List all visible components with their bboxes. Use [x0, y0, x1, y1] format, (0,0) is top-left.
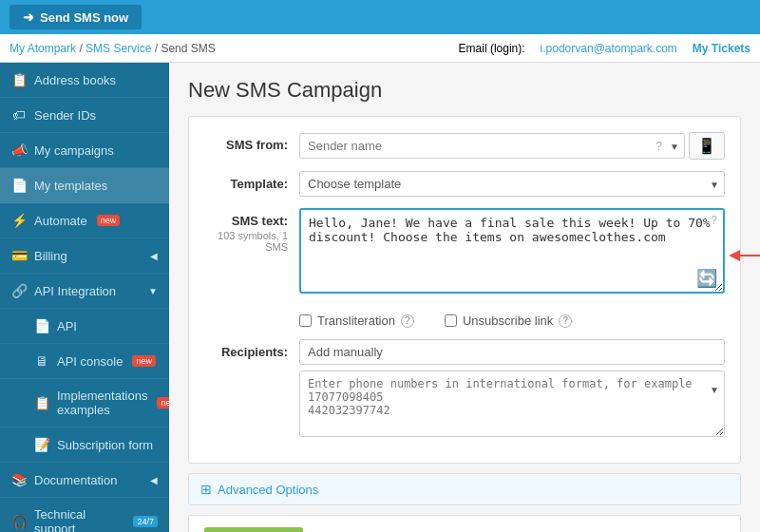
send-button[interactable]: SEND: [204, 527, 303, 532]
unsubscribe-help-icon[interactable]: ?: [559, 314, 572, 328]
sms-counter: 103 symbols, 1 SMS: [204, 230, 288, 253]
sms-text-help-icon: ?: [711, 214, 717, 227]
advanced-options-bar: ⊞ Advanced Options: [188, 473, 741, 505]
sms-text-textarea[interactable]: Hello, Jane! We have a final sale this w…: [299, 208, 725, 294]
unsubscribe-checkbox[interactable]: [445, 314, 457, 327]
recipients-row: Recipients: Add manually ▼: [204, 339, 725, 440]
sms-text-label: SMS text:: [232, 214, 288, 228]
subscription-icon: 📝: [34, 437, 49, 452]
transliteration-label: Transliteration: [317, 314, 395, 328]
billing-chevron-icon: ◀: [150, 251, 158, 261]
sidebar-item-address-books[interactable]: 📋 Address books: [0, 63, 169, 98]
console-icon: 🖥: [34, 353, 49, 369]
sidebar-item-my-templates[interactable]: 📄 My templates: [0, 168, 169, 203]
my-tickets-link[interactable]: My Tickets: [693, 42, 750, 55]
breadcrumb-my-atompark[interactable]: My Atompark: [10, 42, 76, 55]
sidebar-item-tech-support[interactable]: 🎧 Technical support 24/7: [0, 498, 169, 532]
arrow-right-icon: ➜: [23, 10, 34, 25]
sidebar-item-sender-ids[interactable]: 🏷 Sender IDs: [0, 98, 169, 133]
transliteration-help-icon[interactable]: ?: [401, 314, 414, 328]
recipients-textarea[interactable]: [299, 370, 725, 437]
support-247-badge: 24/7: [133, 516, 158, 527]
recipients-select[interactable]: Add manually: [299, 339, 725, 365]
sidebar-item-documentation[interactable]: 📚 Documentation ◀: [0, 463, 169, 498]
red-arrow-indicator: [730, 246, 760, 265]
tag-icon: 🏷: [11, 107, 27, 123]
automate-new-badge: new: [97, 215, 121, 226]
header-bar: My Atompark / SMS Service / Send SMS Ema…: [0, 34, 760, 63]
api-console-new-badge: new: [132, 355, 156, 367]
email-value: i.podorvan@atompark.com: [541, 42, 677, 55]
template-label: Template:: [204, 171, 299, 191]
form-card: SMS from: ? ▼ 📱 Template: Choose templat…: [188, 116, 741, 464]
top-bar: ➜ Send SMS now: [0, 0, 760, 34]
sidebar-item-billing[interactable]: 💳 Billing ◀: [0, 238, 169, 274]
sidebar-item-impl-examples[interactable]: 📋 Implementations examples new: [0, 379, 169, 428]
page-title: New SMS Campaign: [188, 78, 741, 103]
sidebar-item-api[interactable]: 📄 API: [0, 309, 169, 344]
sidebar-item-api-integration[interactable]: 🔗 API Integration ▼: [0, 274, 169, 309]
header-right: Email (login): i.podorvan@atompark.com M…: [459, 42, 750, 55]
api-doc-icon: 📄: [34, 318, 49, 333]
sms-text-row: SMS text: 103 symbols, 1 SMS Hello, Jane…: [204, 208, 725, 296]
sms-from-label: SMS from:: [204, 132, 299, 152]
unsubscribe-label: Unsubscribe link: [463, 314, 553, 328]
recipients-label: Recipients:: [204, 339, 299, 359]
advanced-options-link[interactable]: Advanced Options: [218, 483, 318, 497]
sidebar-item-api-console[interactable]: 🖥 API console new: [0, 344, 169, 379]
impl-new-badge: new: [157, 397, 169, 408]
refresh-icon[interactable]: 🔄: [696, 268, 717, 289]
sms-from-help-icon: ?: [656, 140, 662, 153]
sidebar: 📋 Address books 🏷 Sender IDs 📣 My campai…: [0, 63, 169, 532]
sidebar-item-my-campaigns[interactable]: 📣 My campaigns: [0, 133, 169, 168]
send-sms-now-button[interactable]: ➜ Send SMS now: [10, 5, 142, 29]
address-book-icon: 📋: [11, 72, 27, 87]
recipients-dropdown-icon: ▼: [710, 385, 719, 395]
options-row: Transliteration ? Unsubscribe link ?: [204, 308, 725, 328]
api-integration-chevron-icon: ▼: [148, 286, 158, 296]
breadcrumb-current: Send SMS: [161, 42, 215, 55]
sidebar-item-automate[interactable]: ⚡ Automate new: [0, 203, 169, 238]
sidebar-item-subscription-form[interactable]: 📝 Subscription form: [0, 428, 169, 463]
examples-icon: 📋: [34, 395, 49, 410]
sms-from-dropdown-icon: ▼: [670, 141, 679, 151]
main-layout: 📋 Address books 🏷 Sender IDs 📣 My campai…: [0, 63, 760, 532]
campaigns-icon: 📣: [11, 142, 27, 158]
send-bar: SEND: [188, 515, 741, 532]
support-icon: 🎧: [11, 514, 27, 529]
main-content: New SMS Campaign SMS from: ? ▼ 📱 Templat…: [169, 63, 760, 532]
template-dropdown-icon: ▼: [710, 179, 719, 189]
docs-chevron-icon: ◀: [150, 475, 158, 485]
sms-from-input[interactable]: [299, 133, 685, 159]
template-select[interactable]: Choose template: [299, 171, 725, 197]
api-integration-icon: 🔗: [11, 283, 27, 298]
breadcrumb-sms-service[interactable]: SMS Service: [86, 42, 151, 55]
template-row: Template: Choose template ▼: [204, 171, 725, 197]
docs-icon: 📚: [11, 472, 27, 487]
plus-icon: ⊞: [200, 482, 212, 497]
breadcrumb: My Atompark / SMS Service / Send SMS: [10, 42, 216, 55]
templates-icon: 📄: [11, 178, 27, 193]
sms-from-row: SMS from: ? ▼ 📱: [204, 132, 725, 160]
mobile-preview-button[interactable]: 📱: [689, 132, 725, 160]
transliteration-checkbox[interactable]: [299, 314, 312, 327]
automate-icon: ⚡: [11, 213, 27, 228]
email-label: Email (login):: [459, 42, 525, 55]
billing-icon: 💳: [11, 248, 27, 263]
